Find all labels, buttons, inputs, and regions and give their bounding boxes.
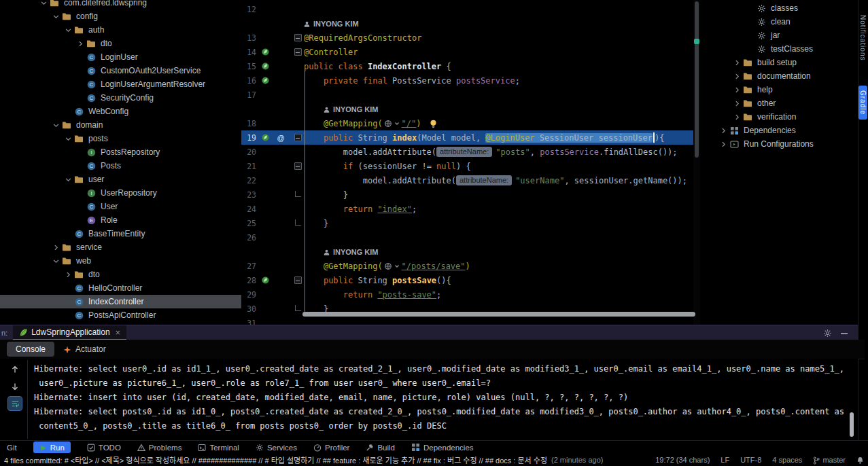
- chevron-right-icon[interactable]: [50, 244, 61, 251]
- fold-end-icon[interactable]: [294, 307, 302, 311]
- editor-line-28[interactable]: 28 public String postsSave(){: [241, 273, 700, 287]
- console-scrollbar-thumb[interactable]: [850, 412, 854, 437]
- tree-item-loginuserargumentresolver[interactable]: CLoginUserArgumentResolver: [0, 77, 241, 91]
- chevron-down-icon[interactable]: [50, 257, 61, 265]
- fold-open-icon[interactable]: [294, 162, 302, 170]
- editor-line-26[interactable]: 26: [241, 230, 700, 245]
- gradle-node-documentation[interactable]: documentation: [700, 69, 858, 83]
- fold-marker[interactable]: [294, 276, 302, 284]
- run-tab-ldwspringapplication[interactable]: LdwSpringApplication ×: [13, 325, 126, 340]
- fold-end-icon[interactable]: [294, 193, 302, 197]
- bottom-tab-problems[interactable]: Problems: [137, 443, 182, 452]
- close-icon[interactable]: ×: [116, 327, 121, 338]
- scrollbar-thumb[interactable]: [695, 1, 699, 158]
- chevron-right-icon[interactable]: [731, 100, 742, 107]
- tree-item-postsapicontroller[interactable]: CPostsApiController: [0, 308, 241, 322]
- caret-position[interactable]: 19:72 (34 chars): [655, 456, 710, 464]
- bottom-tab-terminal[interactable]: Terminal: [198, 443, 239, 452]
- soft-wrap-button[interactable]: [8, 397, 22, 410]
- fold-marker[interactable]: [294, 162, 302, 170]
- spring-bean-gutter-icon[interactable]: [260, 276, 271, 284]
- chevron-right-icon[interactable]: [718, 127, 729, 135]
- tree-item-loginuser[interactable]: CLoginUser: [0, 50, 241, 64]
- fold-marker[interactable]: [295, 305, 301, 311]
- chevron-right-icon[interactable]: [718, 141, 729, 148]
- gradle-node-other[interactable]: other: [700, 96, 858, 110]
- editor-line-14[interactable]: 14@Controller: [241, 45, 700, 59]
- editor-horizontal-scrollbar[interactable]: [302, 312, 695, 317]
- editor-line-13[interactable]: 13@RequiredArgsConstructor: [241, 31, 700, 45]
- tree-item-customoauth2userservice[interactable]: CCustomOAuth2UserService: [0, 64, 241, 77]
- chevron-down-icon[interactable]: [38, 0, 49, 7]
- tree-item-com-clitefred-ldwspring[interactable]: com.clitefred.ldwspring: [0, 0, 241, 10]
- chevron-down-icon[interactable]: [63, 176, 73, 183]
- tree-item-user[interactable]: user: [0, 173, 241, 186]
- spring-bean-gutter-icon[interactable]: [260, 62, 271, 70]
- tree-item-user[interactable]: CUser: [0, 200, 241, 213]
- fold-marker[interactable]: [294, 34, 302, 41]
- tree-item-webconfig[interactable]: CWebConfig: [0, 105, 241, 118]
- fold-open-icon[interactable]: [294, 276, 302, 284]
- editor-line-12[interactable]: 12: [241, 2, 700, 16]
- editor-line-16[interactable]: 16 private final PostsService postsServi…: [241, 73, 700, 88]
- bottom-tab-git[interactable]: Git: [7, 444, 17, 452]
- editor-line-23[interactable]: 23 }: [241, 187, 700, 202]
- tree-item-config[interactable]: config: [0, 10, 241, 23]
- tree-item-securityconfig[interactable]: CSecurityConfig: [0, 91, 241, 105]
- scroll-down-button[interactable]: [8, 380, 22, 393]
- fold-open-icon[interactable]: [294, 34, 302, 41]
- editor-line-19[interactable]: 19@ public String index(Model model, @Lo…: [241, 130, 700, 145]
- tree-item-posts[interactable]: posts: [0, 132, 241, 145]
- tree-item-userrepository[interactable]: IUserRepository: [0, 186, 241, 200]
- fold-marker[interactable]: [295, 219, 301, 226]
- tree-item-postsrepository[interactable]: IPostsRepository: [0, 145, 241, 159]
- scroll-up-button[interactable]: [8, 363, 22, 376]
- chevron-down-icon[interactable]: [50, 13, 61, 20]
- notifications-bell-icon[interactable]: [856, 455, 864, 464]
- editor-line-25[interactable]: 25 }: [241, 216, 700, 230]
- tab-console[interactable]: Console: [7, 342, 54, 357]
- gradle-node-help[interactable]: help: [700, 83, 858, 96]
- gradle-node-testclasses[interactable]: testClasses: [700, 42, 858, 56]
- indent-setting[interactable]: 4 spaces: [772, 456, 802, 464]
- fold-open-icon[interactable]: [294, 48, 302, 56]
- fold-marker[interactable]: [294, 134, 302, 141]
- console-output[interactable]: Hibernate: select user0_.id as id1_1_, u…: [31, 359, 858, 438]
- tree-item-web[interactable]: web: [0, 254, 241, 268]
- line-ending[interactable]: LF: [721, 456, 729, 464]
- inspection-ok-marker[interactable]: [694, 39, 699, 44]
- chevron-right-icon[interactable]: [731, 113, 742, 121]
- fold-end-icon[interactable]: [294, 221, 302, 226]
- tree-item-posts[interactable]: CPosts: [0, 159, 241, 173]
- tree-item-domain[interactable]: domain: [0, 118, 241, 132]
- editor-line-24[interactable]: 24 return "index";: [241, 202, 700, 216]
- chevron-right-icon[interactable]: [731, 73, 742, 80]
- tree-item-dto[interactable]: dto: [0, 37, 241, 50]
- fold-marker[interactable]: [294, 48, 302, 56]
- bottom-tab-profiler[interactable]: Profiler: [313, 443, 349, 452]
- editor-line-21[interactable]: 21 if (sessionUser != null) {: [241, 159, 700, 173]
- chevron-right-icon[interactable]: [731, 59, 742, 67]
- editor-line-15[interactable]: 15public class IndexController {: [241, 59, 700, 73]
- bottom-tab-run[interactable]: Run: [33, 442, 71, 452]
- tree-item-basetimeentity[interactable]: CBaseTimeEntity: [0, 227, 241, 240]
- fold-open-icon[interactable]: [294, 134, 302, 141]
- editor-line-18[interactable]: 18 @GetMapping("/"): [241, 116, 700, 130]
- editor-line-17[interactable]: 17: [241, 88, 700, 102]
- gradle-node-verification[interactable]: verification: [700, 110, 858, 124]
- chevron-right-icon[interactable]: [63, 271, 73, 279]
- code-editor[interactable]: 12INYONG KIM13@RequiredArgsConstructor14…: [241, 0, 700, 325]
- settings-gear-icon[interactable]: [823, 328, 832, 338]
- minimize-icon[interactable]: [840, 328, 848, 338]
- chevron-right-icon[interactable]: [75, 40, 86, 48]
- editor-line-27[interactable]: 27 @GetMapping("/posts/save"): [241, 259, 700, 273]
- tree-item-role[interactable]: ERole: [0, 213, 241, 227]
- file-encoding[interactable]: UTF-8: [740, 456, 761, 464]
- bottom-tab-dependencies[interactable]: Dependencies: [411, 443, 474, 452]
- stripe-tab-gradle[interactable]: Gradle: [858, 86, 867, 120]
- editor-line-20[interactable]: 20 model.addAttribute(attributeName:"pos…: [241, 145, 700, 159]
- spring-bean-gutter-icon[interactable]: [260, 134, 271, 141]
- gradle-node-build-setup[interactable]: build setup: [700, 56, 858, 69]
- spring-bean-gutter-icon[interactable]: [260, 77, 271, 84]
- gradle-node-dependencies[interactable]: Dependencies: [700, 124, 858, 137]
